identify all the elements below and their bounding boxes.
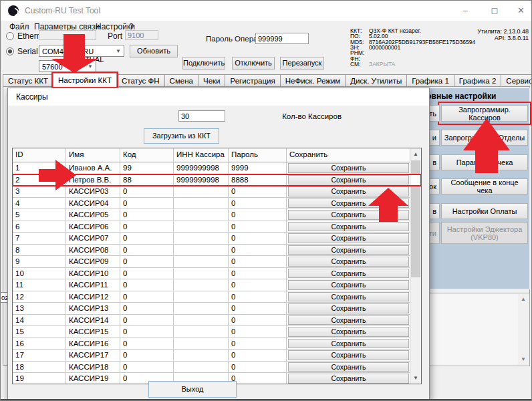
save-row-button[interactable]: Сохранить — [288, 350, 409, 360]
cell-code[interactable]: 88 — [120, 174, 174, 186]
tab-6[interactable]: Регистрация — [225, 74, 280, 87]
refresh-button[interactable]: Обновить — [130, 45, 178, 57]
cell-id[interactable]: 13 — [13, 303, 66, 314]
cell-name[interactable]: КАССИР13 — [66, 303, 120, 314]
tab-2[interactable]: Настройки ККТ — [53, 73, 117, 87]
save-row-button[interactable]: Сохранить — [288, 257, 409, 267]
cell-id[interactable]: 1 — [13, 162, 66, 174]
save-row-button[interactable]: Сохранить — [288, 210, 409, 220]
cell-inn[interactable] — [174, 338, 229, 350]
cell-id[interactable]: 10 — [13, 268, 66, 279]
cell-name[interactable]: КАССИР11 — [66, 279, 120, 291]
cell-code[interactable]: 0 — [120, 221, 174, 233]
cell-id[interactable]: 4 — [13, 198, 66, 209]
cell-password[interactable]: 0 — [229, 209, 287, 221]
cell-inn[interactable] — [174, 186, 229, 197]
cell-name[interactable]: КАССИР17 — [66, 350, 120, 361]
cell-password[interactable]: 0 — [229, 279, 287, 291]
cell-name[interactable]: КАССИР10 — [66, 268, 120, 279]
cell-code[interactable]: 0 — [120, 268, 174, 279]
exit-button[interactable]: Выход — [148, 381, 237, 398]
cell-id[interactable]: 14 — [13, 315, 66, 326]
panel-button-4[interactable]: Сообщение в конце чека — [441, 178, 528, 194]
cell-password[interactable]: 0 — [229, 268, 287, 279]
cell-name[interactable]: КАССИР06 — [66, 221, 120, 233]
cell-code[interactable]: 0 — [120, 186, 174, 197]
save-row-button[interactable]: Сохранить — [288, 327, 409, 337]
cell-name[interactable]: КАССИР09 — [66, 256, 120, 267]
port-input[interactable] — [125, 30, 158, 40]
cell-inn[interactable] — [174, 209, 229, 221]
save-row-button[interactable]: Сохранить — [288, 374, 409, 384]
cell-code[interactable]: 0 — [120, 338, 174, 350]
cell-name[interactable]: КАССИР12 — [66, 291, 120, 303]
cell-name[interactable]: КАССИР19 — [66, 373, 120, 384]
cell-name[interactable]: КАССИР15 — [66, 326, 120, 338]
save-row-button[interactable]: Сохранить — [288, 175, 409, 185]
tab-4[interactable]: Смена — [164, 74, 198, 87]
cell-inn[interactable] — [174, 303, 229, 314]
panel-button-6[interactable]: Настройки Эджектора (VKP80) — [441, 222, 528, 244]
tab-8[interactable]: Диск. Утилиты — [345, 74, 407, 87]
cell-inn[interactable] — [174, 350, 229, 361]
cell-password[interactable]: 0 — [229, 256, 287, 267]
cell-name[interactable]: КАССИР08 — [66, 245, 120, 256]
maximize-button[interactable]: ◻ — [480, 1, 509, 21]
cell-id[interactable]: 3 — [13, 186, 66, 197]
cell-code[interactable]: 0 — [120, 350, 174, 361]
save-row-button[interactable]: Сохранить — [288, 269, 409, 279]
save-row-button[interactable]: Сохранить — [288, 339, 409, 349]
tab-1[interactable]: Статус ККТ — [3, 74, 53, 87]
save-row-button[interactable]: Сохранить — [288, 245, 409, 255]
save-row-button[interactable]: Сохранить — [288, 315, 409, 325]
operator-password-input[interactable] — [255, 33, 309, 44]
cell-code[interactable]: 0 — [120, 326, 174, 338]
cell-inn[interactable] — [174, 268, 229, 279]
cell-password[interactable]: 0 — [229, 221, 287, 233]
connect-button[interactable]: Подключить — [182, 57, 225, 70]
cell-id[interactable]: 16 — [13, 338, 66, 350]
panel-button-1[interactable]: Запрограммир. Кассиров — [441, 105, 528, 122]
scroll-up-icon[interactable]: ▲ — [518, 294, 529, 305]
cell-password[interactable]: 0 — [229, 373, 287, 384]
cell-id[interactable]: 6 — [13, 221, 66, 233]
cell-id[interactable]: 8 — [13, 245, 66, 256]
cell-name[interactable]: КАССИР18 — [66, 362, 120, 373]
log-scrollbar[interactable]: ▲ ▼ — [518, 294, 529, 365]
cell-name[interactable]: Иванов А.А. — [66, 162, 120, 174]
ethernet-radio[interactable] — [6, 32, 14, 40]
close-button[interactable]: ✕ — [509, 1, 532, 21]
cell-password[interactable]: 0 — [229, 291, 287, 303]
tab-5[interactable]: Чеки — [198, 74, 226, 87]
cell-id[interactable]: 9 — [13, 256, 66, 267]
scroll-down-icon[interactable]: ▼ — [410, 372, 421, 384]
cashier-count-input[interactable] — [178, 110, 225, 122]
cell-inn[interactable] — [174, 326, 229, 338]
cell-id[interactable]: 11 — [13, 279, 66, 291]
tab-3[interactable]: Статус ФН — [116, 74, 165, 87]
save-row-button[interactable]: Сохранить — [288, 233, 409, 243]
save-row-button[interactable]: Сохранить — [288, 222, 409, 232]
cell-name[interactable]: КАССИР14 — [66, 315, 120, 326]
cell-id[interactable]: 2 — [13, 174, 66, 186]
cell-code[interactable]: 0 — [120, 198, 174, 209]
panel-button-3[interactable]: Параметры чека — [441, 154, 528, 170]
cell-id[interactable]: 7 — [13, 233, 66, 244]
cell-inn[interactable] — [174, 198, 229, 209]
menu-item-1[interactable]: Файл — [9, 22, 29, 31]
cell-code[interactable]: 0 — [120, 256, 174, 267]
save-row-button[interactable]: Сохранить — [288, 163, 409, 173]
cell-inn[interactable] — [174, 315, 229, 326]
cell-code[interactable]: 0 — [120, 233, 174, 244]
cell-code[interactable]: 0 — [120, 315, 174, 326]
dialog-titlebar[interactable]: Кассиры — [8, 88, 429, 106]
cell-code[interactable]: 0 — [120, 245, 174, 256]
cell-password[interactable]: 0 — [229, 350, 287, 361]
cell-code[interactable]: 99 — [120, 162, 174, 174]
cell-id[interactable]: 19 — [13, 373, 66, 384]
cell-inn[interactable] — [174, 233, 229, 244]
tab-7[interactable]: НеФиск. Режим — [280, 74, 346, 87]
cell-password[interactable]: 8888 — [229, 174, 287, 186]
cell-name[interactable]: КАССИР03 — [66, 186, 120, 197]
scroll-down-icon[interactable]: ▼ — [518, 354, 529, 365]
